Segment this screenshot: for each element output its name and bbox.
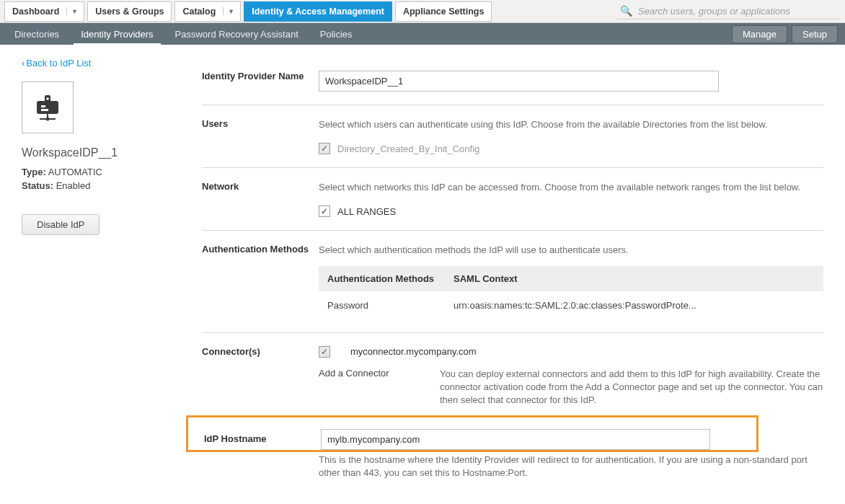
network-option-row: ✓ ALL RANGES [319, 205, 823, 217]
main-form: Identity Provider Name Users Select whic… [202, 58, 823, 480]
tab-users-groups[interactable]: Users & Groups [87, 1, 172, 22]
status-value: Enabled [56, 180, 91, 191]
chevron-down-icon[interactable]: ▾ [66, 7, 76, 15]
label-idp-name: Identity Provider Name [202, 71, 319, 92]
label-network: Network [202, 181, 319, 217]
tab-catalog[interactable]: Catalog ▾ [174, 1, 241, 22]
idp-hostname-highlight: IdP Hostname [186, 415, 758, 452]
label-idp-hostname: IdP Hostname [204, 429, 321, 450]
section-network: Network Select which networks this IdP c… [202, 168, 823, 231]
connector-option-row: ✓ myconnector.mycompany.com [319, 346, 823, 358]
subtab-identity-providers[interactable]: Identity Providers [74, 24, 160, 45]
idp-hostname-help: This is the hostname where the Identity … [319, 454, 823, 479]
tab-label: Catalog [182, 6, 216, 17]
cell-auth-method: Password [319, 291, 445, 319]
identity-provider-icon [32, 92, 63, 123]
auth-methods-table: Authentication Methods SAML Context Pass… [319, 266, 823, 319]
svg-rect-0 [37, 101, 58, 114]
subtab-policies[interactable]: Policies [313, 24, 360, 45]
add-connector-label: Add a Connector [319, 368, 434, 407]
section-users: Users Select which users can authenticat… [202, 105, 823, 168]
label-users: Users [202, 118, 319, 154]
section-connectors: Connector(s) ✓ myconnector.mycompany.com… [202, 333, 823, 412]
col-auth-methods: Authentication Methods [319, 266, 445, 291]
tab-identity-access[interactable]: Identity & Access Management [244, 1, 392, 22]
svg-rect-1 [41, 105, 45, 107]
checkbox-directory[interactable]: ✓ [319, 143, 330, 154]
add-connector-row: Add a Connector You can deploy external … [319, 368, 823, 407]
back-link[interactable]: ‹ Back to IdP List [22, 58, 91, 68]
checkbox-connector[interactable]: ✓ [319, 346, 330, 358]
subtab-directories[interactable]: Directories [7, 24, 66, 45]
chevron-left-icon: ‹ [22, 58, 25, 68]
add-connector-help: You can deploy external connectors and a… [440, 368, 823, 407]
idp-type: Type: AUTOMATIC [22, 167, 202, 177]
idp-hostname-input[interactable] [321, 429, 710, 450]
search-box[interactable]: 🔍 [617, 4, 841, 19]
idp-logo [22, 81, 74, 133]
search-icon: 🔍 [620, 5, 632, 17]
tab-appliance-settings[interactable]: Appliance Settings [395, 1, 492, 22]
tab-dashboard[interactable]: Dashboard ▾ [4, 1, 84, 22]
type-label: Type: [22, 167, 46, 177]
tab-label: Users & Groups [95, 6, 164, 17]
side-panel: ‹ Back to IdP List WorkspaceIDP__1 Type:… [22, 58, 202, 480]
network-help: Select which networks this IdP can be ac… [319, 181, 823, 194]
label-auth-methods: Authentication Methods [202, 244, 319, 319]
svg-point-4 [46, 97, 49, 100]
svg-rect-2 [41, 109, 48, 111]
idp-status: Status: Enabled [22, 180, 202, 191]
connector-option-label: myconnector.mycompany.com [350, 346, 477, 357]
disable-idp-button[interactable]: Disable IdP [22, 214, 99, 235]
back-label: Back to IdP List [26, 58, 91, 68]
section-idp-name: Identity Provider Name [202, 58, 823, 105]
search-input[interactable] [637, 5, 838, 17]
sub-nav: Directories Identity Providers Password … [0, 23, 845, 45]
section-auth-methods: Authentication Methods Select which auth… [202, 231, 823, 332]
network-option-label: ALL RANGES [337, 206, 396, 217]
tab-label: Identity & Access Management [252, 6, 384, 17]
users-help: Select which users can authenticate usin… [319, 118, 823, 131]
idp-name-input[interactable] [319, 71, 719, 92]
tab-label: Appliance Settings [403, 6, 485, 17]
subtab-password-recovery[interactable]: Password Recovery Assistant [168, 24, 306, 45]
cell-saml-context: urn:oasis:names:tc:SAML:2.0:ac:classes:P… [445, 291, 823, 319]
table-row: Password urn:oasis:names:tc:SAML:2.0:ac:… [319, 291, 823, 319]
chevron-down-icon[interactable]: ▾ [223, 7, 233, 15]
idp-name: WorkspaceIDP__1 [22, 146, 202, 159]
content-area: ‹ Back to IdP List WorkspaceIDP__1 Type:… [0, 45, 845, 480]
setup-button[interactable]: Setup [792, 25, 838, 43]
label-connectors: Connector(s) [202, 346, 319, 407]
top-nav: Dashboard ▾ Users & Groups Catalog ▾ Ide… [0, 0, 845, 23]
type-value: AUTOMATIC [48, 167, 102, 177]
users-option-row: ✓ Directory_Created_By_Init_Config [319, 143, 823, 154]
users-option-label: Directory_Created_By_Init_Config [337, 143, 479, 154]
tab-label: Dashboard [12, 6, 59, 17]
auth-help: Select which authentication methods the … [319, 244, 823, 257]
col-saml-context: SAML Context [445, 266, 823, 291]
checkbox-all-ranges[interactable]: ✓ [319, 205, 330, 217]
manage-button[interactable]: Manage [732, 25, 787, 43]
status-label: Status: [22, 180, 53, 191]
